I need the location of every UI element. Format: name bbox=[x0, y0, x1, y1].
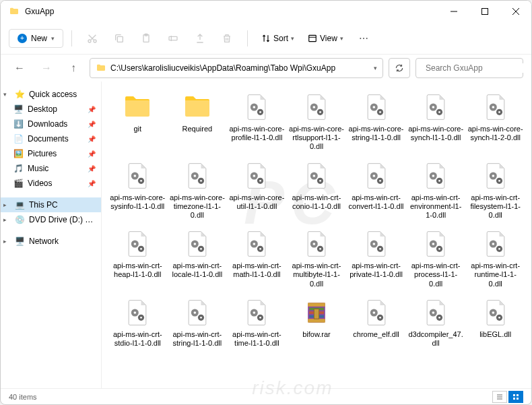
file-name: api-ms-win-crt-private-l1-1-0.dll bbox=[349, 261, 404, 279]
disc-icon: 💿 bbox=[14, 214, 25, 225]
sidebar-network[interactable]: ▸ 🖥️ Network bbox=[1, 234, 101, 249]
file-name: api-ms-win-crt-filesystem-l1-1-0.dll bbox=[468, 193, 523, 220]
svg-point-117 bbox=[492, 311, 494, 314]
details-view-button[interactable] bbox=[492, 391, 507, 403]
file-item[interactable]: api-ms-win-core-timezone-l1-1-0.dll bbox=[168, 157, 227, 223]
view-dropdown[interactable]: View ▾ bbox=[302, 30, 349, 47]
svg-rect-0 bbox=[482, 9, 488, 15]
sidebar-item-videos[interactable]: 🎬Videos📌 bbox=[1, 176, 101, 191]
pc-icon: 💻 bbox=[14, 199, 25, 210]
sidebar-item-downloads[interactable]: ⬇️Downloads📌 bbox=[1, 117, 101, 131]
file-item[interactable]: api-ms-win-core-rtlsupport-l1-1-0.dll bbox=[288, 88, 346, 154]
file-item[interactable]: api-ms-win-crt-private-l1-1-0.dll bbox=[347, 225, 405, 291]
chevron-right-icon: ▸ bbox=[3, 238, 10, 245]
svg-point-58 bbox=[492, 175, 494, 177]
svg-point-113 bbox=[432, 311, 435, 314]
statusbar: 40 items bbox=[1, 388, 531, 404]
search-input[interactable] bbox=[426, 63, 527, 73]
file-item[interactable]: api-ms-win-crt-runtime-l1-1-0.dll bbox=[466, 225, 525, 291]
window-title: GxuApp bbox=[25, 7, 438, 16]
file-item[interactable]: Required bbox=[168, 88, 227, 154]
file-item[interactable]: api-ms-win-core-util-l1-1-0.dll bbox=[228, 157, 286, 223]
file-item[interactable]: d3dcompiler_47.dll bbox=[407, 294, 465, 350]
file-item[interactable]: api-ms-win-crt-multibyte-l1-1-0.dll bbox=[288, 225, 346, 291]
file-item[interactable]: api-ms-win-core-synch-l1-1-0.dll bbox=[407, 88, 465, 154]
file-item[interactable]: bifow.rar bbox=[288, 294, 346, 350]
files-grid[interactable]: gitRequiredapi-ms-win-core-profile-l1-1-… bbox=[102, 82, 531, 388]
sort-dropdown[interactable]: Sort ▾ bbox=[256, 30, 300, 47]
file-item[interactable]: api-ms-win-core-synch-l1-2-0.dll bbox=[466, 88, 525, 154]
new-button[interactable]: + New ▾ bbox=[9, 29, 63, 48]
path-field[interactable] bbox=[110, 63, 370, 73]
svg-point-91 bbox=[140, 317, 142, 319]
up-button[interactable]: ↑ bbox=[63, 57, 84, 79]
sidebar-quick-access[interactable]: ▾ ⭐ Quick access bbox=[1, 87, 101, 102]
svg-rect-6 bbox=[169, 36, 177, 40]
file-item[interactable]: api-ms-win-core-string-l1-1-0.dll bbox=[347, 88, 405, 154]
folder-icon bbox=[181, 91, 213, 123]
close-button[interactable] bbox=[500, 1, 531, 22]
file-item[interactable]: git bbox=[108, 88, 167, 154]
share-button[interactable] bbox=[188, 26, 212, 51]
file-name: api-ms-win-core-string-l1-1-0.dll bbox=[349, 125, 404, 142]
sidebar-item-music[interactable]: 🎵Music📌 bbox=[1, 161, 101, 176]
file-item[interactable]: api-ms-win-crt-stdio-l1-1-0.dll bbox=[108, 294, 167, 350]
svg-rect-122 bbox=[517, 398, 519, 400]
cut-button[interactable] bbox=[80, 26, 104, 51]
rename-button[interactable] bbox=[161, 26, 185, 51]
sidebar-item-pictures[interactable]: 🖼️Pictures📌 bbox=[1, 146, 101, 161]
svg-rect-102 bbox=[308, 319, 325, 323]
svg-rect-120 bbox=[517, 394, 519, 396]
file-item[interactable]: api-ms-win-crt-math-l1-1-0.dll bbox=[228, 225, 286, 291]
svg-rect-3 bbox=[117, 36, 123, 42]
maximize-button[interactable] bbox=[469, 1, 500, 22]
file-item[interactable]: api-ms-win-core-profile-l1-1-0.dll bbox=[228, 88, 286, 154]
file-item[interactable]: api-ms-win-crt-filesystem-l1-1-0.dll bbox=[466, 157, 525, 223]
copy-button[interactable] bbox=[107, 26, 131, 51]
delete-button[interactable] bbox=[215, 26, 239, 51]
file-item[interactable]: api-ms-win-crt-string-l1-1-0.dll bbox=[168, 294, 227, 350]
file-item[interactable]: api-ms-win-crt-environment-l1-1-0.dll bbox=[407, 157, 465, 223]
sidebar-dvd-drive[interactable]: ▸ 💿 DVD Drive (D:) CCCC bbox=[1, 212, 101, 227]
paste-button[interactable] bbox=[134, 26, 158, 51]
new-label: New bbox=[31, 34, 47, 43]
file-item[interactable]: api-ms-win-crt-conio-l1-1-0.dll bbox=[288, 157, 346, 223]
sidebar-item-documents[interactable]: 📄Documents📌 bbox=[1, 131, 101, 146]
svg-point-50 bbox=[372, 175, 375, 177]
file-item[interactable]: api-ms-win-crt-time-l1-1-0.dll bbox=[228, 294, 286, 350]
more-button[interactable] bbox=[352, 26, 376, 51]
file-name: api-ms-win-crt-runtime-l1-1-0.dll bbox=[468, 261, 523, 288]
svg-point-34 bbox=[134, 175, 137, 177]
file-name: Required bbox=[182, 125, 213, 133]
sort-icon bbox=[261, 34, 271, 43]
minimize-button[interactable] bbox=[438, 1, 469, 22]
chevron-right-icon: ▸ bbox=[3, 216, 10, 223]
address-input[interactable]: ▾ bbox=[90, 58, 383, 78]
file-item[interactable]: api-ms-win-crt-convert-l1-1-0.dll bbox=[347, 157, 405, 223]
plus-icon: + bbox=[18, 34, 27, 43]
view-label: View bbox=[320, 34, 337, 43]
sort-label: Sort bbox=[273, 34, 288, 43]
forward-button[interactable]: → bbox=[36, 57, 57, 79]
file-item[interactable]: api-ms-win-crt-process-l1-1-0.dll bbox=[407, 225, 465, 291]
file-item[interactable]: chrome_elf.dll bbox=[347, 294, 405, 350]
sidebar-item-desktop[interactable]: 🖥️Desktop📌 bbox=[1, 102, 101, 117]
svg-point-14 bbox=[253, 106, 256, 108]
explorer-window: PC risk.com GxuApp + New ▾ Sort ▾ bbox=[0, 0, 532, 405]
svg-point-27 bbox=[438, 111, 440, 113]
chevron-down-icon[interactable]: ▾ bbox=[374, 65, 377, 71]
file-name: api-ms-win-crt-heap-l1-1-0.dll bbox=[110, 261, 165, 279]
dll-icon bbox=[420, 91, 452, 123]
svg-rect-101 bbox=[308, 303, 325, 307]
icons-view-button[interactable] bbox=[508, 391, 523, 403]
back-button[interactable]: ← bbox=[9, 57, 30, 79]
file-item[interactable]: api-ms-win-core-sysinfo-l1-1-0.dll bbox=[108, 157, 167, 223]
refresh-button[interactable] bbox=[389, 58, 410, 78]
search-box[interactable] bbox=[415, 58, 523, 78]
file-item[interactable]: libEGL.dll bbox=[466, 294, 525, 350]
file-item[interactable]: api-ms-win-crt-heap-l1-1-0.dll bbox=[108, 225, 167, 291]
svg-rect-119 bbox=[513, 394, 515, 396]
svg-point-87 bbox=[498, 248, 500, 250]
file-item[interactable]: api-ms-win-crt-locale-l1-1-0.dll bbox=[168, 225, 227, 291]
sidebar-this-pc[interactable]: ▸ 💻 This PC bbox=[1, 197, 101, 212]
